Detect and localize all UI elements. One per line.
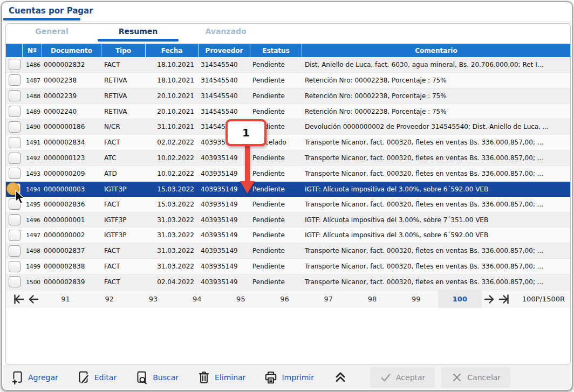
row-checkbox[interactable] [9,276,20,287]
table-row[interactable]: 1500 0000002839 FACT 02.04.2022 40393514… [6,274,570,290]
page-number[interactable]: 96 [263,290,306,308]
table-row[interactable]: 1499 0000002838 FACT 31.03.2022 40393514… [6,259,570,274]
cell-comentario: Transporte Nicanor, fact. 000320, fletes… [302,154,570,162]
tab-avanzado[interactable]: Avanzado [184,27,268,40]
cell-proveedor: 314545540 [199,108,250,115]
cell-proveedor: 314545540 [199,92,250,100]
pagination-bar: 919293949596979899100 100P/1500R [6,290,570,308]
document-edit-icon [77,370,91,384]
table-row[interactable]: 1487 00002238 RETIVA 18.10.2021 31454554… [6,73,570,88]
page-number[interactable]: 99 [394,290,438,308]
add-button[interactable]: Agregar [10,370,58,384]
row-checkbox[interactable] [9,245,20,257]
edit-button[interactable]: Editar [77,370,117,384]
table-row[interactable]: 1486 0000002832 FACT 18.10.2021 31454554… [6,57,570,73]
row-checkbox[interactable] [9,90,20,101]
cell-tipo: FACT [101,247,146,255]
cell-numero: 1486 [23,61,42,68]
cell-comentario: Dist. Aniello de Luca, fact. 6030, agua … [302,61,570,68]
col-header-checkbox [6,44,23,57]
cell-comentario: Transporte Nicanor, fact. 000320, fletes… [302,201,570,208]
page-title: Cuentas por Pagar [9,6,93,16]
print-button[interactable]: Imprimir [264,370,314,384]
cell-fecha: 31.03.2022 [146,231,199,239]
row-checkbox[interactable] [9,261,20,272]
col-header-proveedor: Proveedor [199,44,250,57]
cell-estatus: Pendiente [250,263,302,270]
accept-button[interactable]: Aceptar [370,367,435,388]
next-page-button[interactable] [482,293,496,306]
cell-estatus: Pendiente [250,216,302,224]
row-checkbox[interactable] [9,59,20,70]
prev-page-button[interactable] [26,293,40,306]
last-page-button[interactable] [496,293,511,306]
table-row[interactable]: 1498 0000002837 FACT 31.03.2022 40393514… [6,243,570,259]
table-row[interactable]: 1497 0000000002 IGTF3P 31.03.2022 403935… [6,228,570,243]
tab-bar: General Resumen Avanzado [6,24,570,44]
page-number[interactable]: 91 [44,290,87,308]
cell-comentario: Transporte Nicanor, fact. 000320, fletes… [302,263,570,270]
delete-button[interactable]: Eliminar [197,370,245,384]
cell-comentario: Transporte Nicanor, fact. 000320, fletes… [302,170,570,177]
cell-fecha: 31.03.2022 [146,216,199,224]
cell-comentario: Transporte Nicanor, fact. 000320, fletes… [302,139,570,146]
double-chevron-up-icon [332,369,348,383]
accept-button-label: Aceptar [396,373,425,382]
page-number[interactable]: 98 [350,290,394,308]
print-button-label: Imprimir [282,373,314,382]
printer-icon [264,370,278,384]
document-add-icon [10,370,24,384]
row-checkbox[interactable] [9,74,20,86]
table-row[interactable]: 1493 0000000209 ATD 10.02.2022 403935149… [6,166,570,182]
page-number[interactable]: 97 [306,290,350,308]
cancel-button[interactable]: Cancelar [441,367,510,388]
table-row[interactable]: 1488 00002239 RETIVA 20.10.2021 31454554… [6,88,570,104]
row-checkbox[interactable] [9,137,20,148]
cell-tipo: FACT [101,263,146,270]
page-number[interactable]: 92 [87,290,131,308]
cell-tipo: N/CR [101,123,146,130]
arrow-right-icon [483,293,496,306]
cell-comentario: IGTF: Alícuota impositiva del 3.00%, sob… [302,231,570,239]
cell-fecha: 02.04.2022 [146,278,199,286]
cell-documento: 0000002832 [42,61,101,68]
cell-documento: 0000000123 [42,154,101,162]
cell-numero: 1493 [23,170,42,177]
page-number[interactable]: 100 [438,290,482,308]
cell-proveedor: 403935149 [199,247,250,255]
cell-estatus: Pendiente [250,77,302,84]
row-checkbox[interactable] [9,153,20,164]
cell-proveedor: 403935149 [199,263,250,270]
cell-tipo: FACT [101,61,146,68]
page-number[interactable]: 93 [131,290,175,308]
cell-fecha: 31.03.2022 [146,247,199,255]
row-checkbox[interactable] [9,121,20,133]
cell-numero: 1492 [23,155,42,161]
title-underline [3,18,80,20]
table-row[interactable]: 1496 0000000001 IGTF3P 31.03.2022 403935… [6,212,570,228]
tab-resumen[interactable]: Resumen [95,27,181,40]
page-number[interactable]: 94 [175,290,219,308]
cell-fecha: 02.02.2022 [146,139,199,146]
table-row[interactable]: 1491 0000002834 FACT 02.02.2022 40393514… [6,135,570,150]
table-row[interactable]: 1494 0000000003 IGTF3P 15.03.2022 403935… [6,182,570,197]
cell-proveedor: 314545540 [199,61,250,68]
table-row[interactable]: 1489 00002240 RETIVA 20.10.2021 31454554… [6,104,570,120]
page-number[interactable]: 95 [219,290,263,308]
cell-tipo: FACT [101,201,146,208]
table-row[interactable]: 1490 0000000186 N/CR 31.10.2021 31454554… [6,119,570,135]
row-checkbox[interactable] [9,106,20,117]
col-header-documento: Documento [42,44,101,57]
table-row[interactable]: 1492 0000000123 ATC 10.02.2022 403935149… [6,150,570,166]
collapse-toolbar-button[interactable] [332,369,348,386]
tab-general[interactable]: General [11,27,92,40]
row-checkbox[interactable] [9,214,20,225]
cell-tipo: RETIVA [101,77,146,84]
cell-numero: 1498 [23,247,42,254]
row-checkbox[interactable] [9,168,20,179]
search-button[interactable]: Buscar [135,370,179,384]
table-row[interactable]: 1495 0000002836 FACT 15.03.2022 40393514… [6,197,570,212]
main-panel: General Resumen Avanzado Nº Documento Ti… [5,23,571,365]
first-page-button[interactable] [11,293,26,306]
row-checkbox[interactable] [9,230,20,241]
